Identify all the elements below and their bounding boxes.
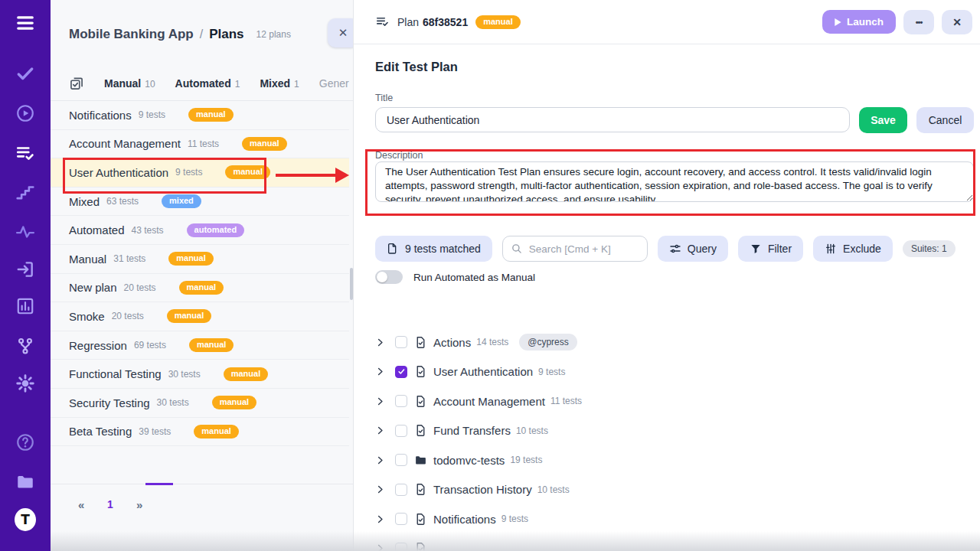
app-sidebar: T bbox=[0, 0, 51, 551]
suite-checkbox[interactable] bbox=[395, 425, 407, 437]
suite-row[interactable]: Transaction History10 tests bbox=[375, 475, 974, 505]
filter-button[interactable]: Filter bbox=[738, 236, 803, 262]
plan-row[interactable]: Mixed63 testsmixed bbox=[51, 187, 349, 217]
plan-row[interactable]: Manual31 testsmanual bbox=[51, 245, 349, 274]
plan-row[interactable]: Beta Testing39 testsmanual bbox=[51, 418, 349, 447]
expand-chevron-icon[interactable] bbox=[375, 396, 385, 406]
plan-row[interactable]: Account Management11 testsmanual bbox=[51, 130, 349, 159]
run-automated-toggle[interactable] bbox=[375, 270, 403, 284]
suite-checkbox[interactable] bbox=[395, 395, 407, 407]
tab-manual[interactable]: Manual10 bbox=[104, 77, 155, 90]
git-branch-icon[interactable] bbox=[15, 335, 36, 357]
import-icon[interactable] bbox=[15, 259, 36, 280]
plan-row[interactable]: Regression69 testsmanual bbox=[51, 331, 349, 360]
suite-row[interactable]: Notifications9 tests bbox=[375, 504, 974, 534]
play-circle-icon[interactable] bbox=[15, 103, 36, 124]
plans-scrollbar[interactable] bbox=[350, 268, 353, 300]
suite-row[interactable]: User Authentication9 tests bbox=[375, 357, 974, 387]
expand-chevron-icon[interactable] bbox=[375, 455, 385, 465]
query-button[interactable]: Query bbox=[658, 236, 728, 262]
more-options-button[interactable]: ••• bbox=[903, 10, 934, 34]
pagination-next-button[interactable]: » bbox=[136, 498, 142, 511]
plan-row[interactable]: New plan20 testsmanual bbox=[51, 274, 349, 303]
toggle-knob bbox=[377, 272, 387, 282]
steps-icon[interactable] bbox=[15, 181, 36, 203]
plan-row[interactable]: Smoke20 testsmanual bbox=[51, 302, 349, 331]
bar-chart-icon[interactable] bbox=[15, 295, 36, 317]
suite-tests-count: 10 tests bbox=[537, 484, 570, 495]
tab-mixed[interactable]: Mixed1 bbox=[260, 77, 299, 90]
tests-matched-button[interactable]: 9 tests matched bbox=[375, 236, 492, 262]
suite-row[interactable]: Fund Transfers10 tests bbox=[375, 416, 974, 446]
folder-icon[interactable] bbox=[15, 471, 36, 493]
plan-row[interactable]: Notifications9 testsmanual bbox=[51, 101, 349, 130]
suite-tag-badge: @cypress bbox=[519, 334, 577, 350]
expand-chevron-icon[interactable] bbox=[375, 543, 385, 551]
pagination-page-1[interactable]: 1 bbox=[107, 498, 113, 510]
pagination-prev-button[interactable]: « bbox=[78, 498, 84, 511]
title-input[interactable] bbox=[375, 107, 850, 132]
breadcrumb-separator: / bbox=[200, 28, 203, 41]
activity-icon[interactable] bbox=[15, 221, 36, 243]
plan-row[interactable]: Automated43 testsautomated bbox=[51, 216, 349, 245]
expand-chevron-icon[interactable] bbox=[375, 337, 385, 347]
suite-row[interactable]: Account Management11 tests bbox=[375, 386, 974, 416]
check-icon[interactable] bbox=[15, 63, 36, 84]
suite-checkbox[interactable] bbox=[395, 454, 407, 466]
suite-name: Transaction History bbox=[433, 483, 532, 496]
expand-chevron-icon[interactable] bbox=[375, 514, 385, 524]
menu-icon[interactable] bbox=[15, 12, 36, 34]
plan-label: Plan bbox=[397, 16, 419, 28]
tab-label: Gener bbox=[319, 77, 349, 90]
tab-count: 1 bbox=[294, 79, 299, 90]
plan-tests-count: 20 tests bbox=[124, 282, 156, 293]
expand-chevron-icon[interactable] bbox=[375, 367, 385, 377]
search-input[interactable] bbox=[502, 236, 648, 262]
pagination: « 1 » bbox=[51, 484, 354, 530]
suite-checkbox[interactable] bbox=[395, 513, 407, 525]
suite-checkbox[interactable] bbox=[395, 543, 407, 551]
suite-row[interactable]: Actions14 tests@cypress bbox=[375, 328, 974, 357]
launch-button[interactable]: Launch bbox=[822, 10, 896, 34]
plan-row[interactable]: User Authentication9 testsmanual bbox=[51, 158, 349, 187]
plans-list: Notifications9 testsmanualAccount Manage… bbox=[51, 101, 349, 446]
suite-row[interactable]: todomvc-tests19 tests bbox=[375, 445, 974, 475]
tab-gener[interactable]: Gener bbox=[319, 77, 349, 90]
expand-chevron-icon[interactable] bbox=[375, 484, 385, 494]
plan-name: Automated bbox=[69, 223, 125, 236]
run-automated-label: Run Automated as Manual bbox=[413, 272, 535, 283]
plan-row[interactable]: Functional Testing30 testsmanual bbox=[51, 360, 349, 389]
select-plans-icon[interactable] bbox=[69, 76, 84, 91]
project-title[interactable]: Mobile Banking App bbox=[69, 27, 194, 42]
suite-name: Actions bbox=[433, 336, 471, 349]
plan-row[interactable]: Security Testing30 testsmanual bbox=[51, 389, 349, 418]
help-icon[interactable] bbox=[15, 432, 36, 453]
plan-tests-count: 9 tests bbox=[175, 167, 202, 178]
panel-close-button[interactable]: ✕ bbox=[328, 18, 354, 47]
plan-name: Functional Testing bbox=[69, 367, 162, 380]
plan-name: Security Testing bbox=[69, 396, 150, 409]
list-check-icon[interactable] bbox=[15, 142, 36, 164]
testomat-logo-circle: T bbox=[15, 508, 36, 531]
launch-label: Launch bbox=[847, 16, 884, 28]
expand-chevron-icon[interactable] bbox=[375, 425, 385, 435]
suite-checkbox[interactable] bbox=[395, 336, 407, 348]
exclude-button[interactable]: Exclude bbox=[813, 236, 893, 262]
plan-actions: Launch ••• ✕ bbox=[822, 10, 972, 34]
description-textarea[interactable]: The User Authentication Test Plan ensure… bbox=[375, 161, 974, 202]
plan-name: Beta Testing bbox=[69, 425, 132, 438]
detail-close-button[interactable]: ✕ bbox=[942, 10, 972, 34]
suite-name: todomvc-tests bbox=[433, 454, 505, 467]
suite-checkbox[interactable] bbox=[395, 484, 407, 496]
plan-type-badge: manual bbox=[224, 367, 269, 381]
plans-count: 12 plans bbox=[256, 29, 291, 40]
settings-gear-icon[interactable] bbox=[15, 373, 36, 394]
exclude-label: Exclude bbox=[843, 243, 881, 255]
save-button[interactable]: Save bbox=[859, 107, 907, 133]
testomat-logo[interactable]: T bbox=[15, 509, 36, 530]
tab-automated[interactable]: Automated1 bbox=[175, 77, 240, 90]
suite-checkbox[interactable] bbox=[395, 366, 407, 378]
cancel-button[interactable]: Cancel bbox=[916, 107, 974, 133]
plan-name: Account Management bbox=[69, 137, 181, 150]
plan-type-badge: manual bbox=[225, 165, 270, 179]
